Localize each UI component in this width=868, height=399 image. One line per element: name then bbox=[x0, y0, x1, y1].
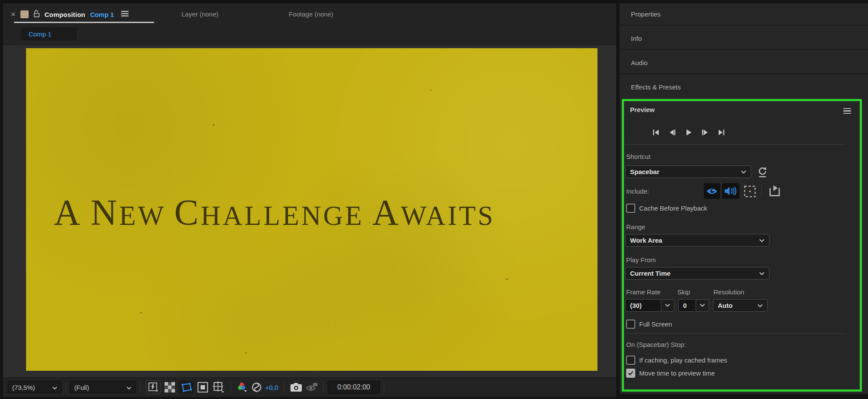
toolbar-divider bbox=[284, 382, 284, 392]
footage-tab[interactable]: Footage (none) bbox=[289, 10, 333, 18]
range-dropdown[interactable]: Work Area bbox=[625, 234, 769, 247]
cache-before-playback-checkbox[interactable] bbox=[626, 204, 635, 213]
include-audio-button[interactable] bbox=[722, 183, 739, 199]
preview-divider bbox=[625, 144, 846, 145]
panel-divider bbox=[620, 49, 868, 50]
comp-1-viewer-tab-label: Comp 1 bbox=[29, 30, 52, 38]
channels-icon[interactable] bbox=[237, 382, 248, 392]
comp-color-swatch bbox=[20, 10, 29, 18]
panel-tab-audio[interactable]: Audio bbox=[631, 59, 647, 66]
shortcut-label: Shortcut bbox=[626, 153, 650, 160]
comp-1-viewer-tab[interactable]: Comp 1 bbox=[21, 27, 77, 40]
composition-canvas: ANewChallengeAwaits bbox=[26, 48, 597, 371]
resolution-label: Resolution bbox=[713, 288, 744, 296]
include-divider bbox=[761, 185, 762, 197]
toolbar-divider bbox=[384, 382, 384, 392]
mask-visibility-icon[interactable] bbox=[179, 381, 194, 394]
resolution-dropdown[interactable]: (Full) bbox=[70, 381, 136, 393]
shortcut-dropdown[interactable]: Spacebar bbox=[625, 165, 751, 178]
include-overlays-button[interactable] bbox=[743, 185, 756, 200]
reset-icon[interactable] bbox=[757, 166, 768, 179]
region-of-interest-icon[interactable] bbox=[197, 382, 208, 393]
panel-divider bbox=[620, 73, 868, 74]
resolution-preview-dropdown[interactable]: Auto bbox=[713, 299, 768, 312]
show-snapshot-icon[interactable] bbox=[306, 382, 318, 392]
skip-label: Skip bbox=[677, 288, 690, 296]
play-from-label: Play From bbox=[626, 256, 656, 264]
previous-frame-button[interactable] bbox=[669, 129, 676, 136]
skip-value[interactable]: 0 bbox=[678, 299, 696, 312]
play-button[interactable] bbox=[685, 129, 692, 136]
close-panel-icon[interactable]: × bbox=[11, 10, 16, 18]
transport-controls bbox=[652, 129, 725, 136]
video-eye-icon bbox=[706, 187, 718, 195]
composition-viewport: ANewChallengeAwaits bbox=[3, 45, 616, 378]
if-caching-label[interactable]: If caching, play cached frames bbox=[639, 356, 727, 364]
toolbar-divider bbox=[66, 382, 66, 392]
if-caching-checkbox[interactable] bbox=[626, 356, 635, 365]
preview-divider bbox=[625, 333, 846, 334]
snapshot-icon[interactable] bbox=[290, 383, 302, 392]
move-time-checkbox[interactable] bbox=[626, 369, 635, 378]
grid-guides-icon[interactable] bbox=[212, 381, 225, 393]
fast-previews-icon[interactable] bbox=[146, 380, 161, 394]
preview-menu-hamburger-icon[interactable] bbox=[843, 108, 851, 114]
exposure-icon[interactable] bbox=[251, 382, 262, 392]
toolbar-divider bbox=[140, 382, 140, 392]
skip-dropdown-button[interactable] bbox=[696, 299, 709, 312]
composition-tab-label: Composition bbox=[45, 11, 86, 18]
next-frame-button[interactable] bbox=[701, 129, 709, 136]
on-spacebar-stop-label: On (Spacebar) Stop: bbox=[626, 341, 686, 348]
layer-controls-icon bbox=[769, 184, 781, 197]
exposure-value[interactable]: +0,0 bbox=[265, 384, 278, 391]
cache-before-playback-label[interactable]: Cache Before Playback bbox=[639, 204, 707, 212]
full-screen-checkbox[interactable] bbox=[626, 320, 635, 329]
overlays-icon bbox=[743, 185, 756, 198]
preview-panel-title[interactable]: Preview bbox=[630, 106, 655, 113]
active-tab-underline bbox=[14, 22, 154, 23]
composition-panel: × Composition Comp 1 Layer (none) Footag… bbox=[3, 3, 616, 397]
frame-rate-label: Frame Rate bbox=[626, 288, 660, 296]
comp-title-text: ANewChallengeAwaits bbox=[54, 195, 495, 241]
frame-rate-dropdown-button[interactable] bbox=[661, 299, 674, 312]
composition-tab-comp-name: Comp 1 bbox=[90, 11, 114, 18]
include-layer-controls-button[interactable] bbox=[769, 184, 781, 199]
toolbar-divider bbox=[323, 382, 324, 392]
move-time-label[interactable]: Move time to preview time bbox=[639, 369, 715, 377]
range-label: Range bbox=[626, 223, 645, 231]
frame-rate-value[interactable]: (30) bbox=[625, 299, 661, 312]
first-frame-button[interactable] bbox=[652, 129, 660, 136]
after-effects-window: × Composition Comp 1 Layer (none) Footag… bbox=[0, 0, 868, 399]
audio-speaker-icon bbox=[724, 186, 737, 196]
unlock-icon[interactable] bbox=[33, 10, 40, 19]
panel-tab-properties[interactable]: Properties bbox=[631, 10, 660, 18]
play-from-dropdown[interactable]: Current Time bbox=[625, 267, 769, 280]
include-video-button[interactable] bbox=[704, 183, 720, 199]
viewer-toolbar: (73,5%) (Full) bbox=[3, 377, 616, 397]
layer-tab[interactable]: Layer (none) bbox=[182, 10, 218, 18]
include-label: Include: bbox=[626, 188, 649, 195]
panel-divider bbox=[620, 25, 868, 26]
panel-tab-effects-presets[interactable]: Effects & Presets bbox=[631, 83, 681, 91]
composition-tab[interactable]: × Composition Comp 1 bbox=[11, 9, 129, 20]
panel-menu-icon[interactable] bbox=[121, 10, 129, 18]
transparency-grid-icon[interactable] bbox=[164, 382, 175, 393]
full-screen-label[interactable]: Full Screen bbox=[639, 320, 672, 328]
toolbar-divider bbox=[231, 382, 231, 392]
current-time-field[interactable]: 0:00:02:00 bbox=[328, 381, 380, 394]
magnification-dropdown[interactable]: (73,5%) bbox=[8, 381, 62, 393]
last-frame-button[interactable] bbox=[718, 129, 725, 136]
panel-tab-info[interactable]: Info bbox=[631, 35, 642, 42]
